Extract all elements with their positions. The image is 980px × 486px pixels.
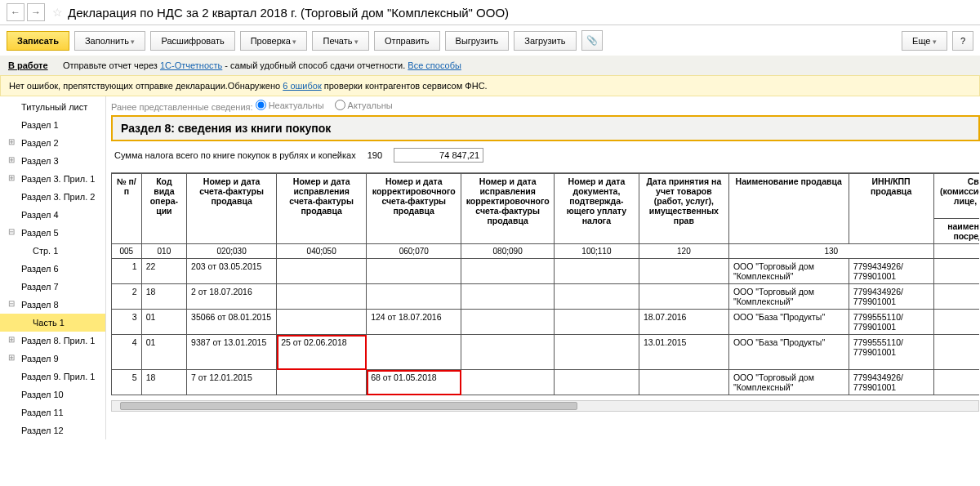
nav-forward-button[interactable]: →	[27, 3, 45, 21]
import-button[interactable]: Загрузить	[514, 31, 576, 51]
sidebar-item-4[interactable]: Раздел 3. Прил. 1	[0, 170, 105, 188]
check-button[interactable]: Проверка	[240, 31, 308, 51]
export-button[interactable]: Выгрузить	[445, 31, 510, 51]
sidebar-item-18[interactable]: Раздел 12	[0, 421, 105, 439]
table-row[interactable]: 4019387 от 13.01.201525 от 02.06.201813.…	[112, 335, 980, 370]
sidebar-item-5[interactable]: Раздел 3. Прил. 2	[0, 188, 105, 206]
sidebar-item-13[interactable]: Раздел 8. Прил. 1	[0, 332, 105, 350]
sidebar-item-12[interactable]: Часть 1	[0, 314, 105, 332]
send-button[interactable]: Отправить	[374, 31, 440, 51]
radio-actual[interactable]	[335, 100, 345, 110]
help-button[interactable]: ?	[952, 31, 973, 51]
link-all-methods[interactable]: Все способы	[408, 60, 461, 70]
sidebar-item-1[interactable]: Раздел 1	[0, 116, 105, 134]
decode-button[interactable]: Расшифровать	[150, 31, 234, 51]
info-strip: В работе Отправьте отчет через 1С-Отчетн…	[0, 56, 980, 75]
sum-code: 190	[368, 150, 382, 160]
sidebar-item-9[interactable]: Раздел 6	[0, 260, 105, 278]
sidebar-item-0[interactable]: Титульный лист	[0, 98, 105, 116]
attach-icon[interactable]: 📎	[581, 30, 603, 51]
sidebar-item-15[interactable]: Раздел 9. Прил. 1	[0, 368, 105, 386]
sidebar-item-6[interactable]: Раздел 4	[0, 206, 105, 224]
nav-back-button[interactable]: ←	[7, 3, 24, 21]
sidebar-item-17[interactable]: Раздел 11	[0, 404, 105, 421]
link-errors[interactable]: 6 ошибок	[283, 81, 322, 91]
page-title: Декларация по НДС за 2 квартал 2018 г. (…	[68, 6, 509, 20]
sidebar-item-16[interactable]: Раздел 10	[0, 386, 105, 404]
print-button[interactable]: Печать	[312, 31, 369, 51]
sidebar-item-10[interactable]: Раздел 7	[0, 278, 105, 296]
radio-not-actual[interactable]	[256, 100, 266, 110]
table-scroll[interactable]: № п/п Код вида опера­ции Номер и дата сч…	[111, 172, 979, 395]
relevance-row: Ранее представленные сведения: Неактуаль…	[111, 100, 980, 112]
fill-button[interactable]: Заполнить	[74, 31, 146, 51]
sum-label: Сумма налога всего по книге покупок в ру…	[114, 150, 356, 160]
table-row[interactable]: 122203 от 03.05.2015ООО "Торговый дом "К…	[112, 259, 980, 284]
sidebar-item-3[interactable]: Раздел 3	[0, 152, 105, 170]
link-1c[interactable]: 1С-Отчетность	[160, 60, 222, 70]
table-row[interactable]: 5187 от 12.01.201568 от 01.05.2018ООО "Т…	[112, 370, 980, 395]
sum-input[interactable]	[394, 148, 483, 163]
horizontal-scrollbar[interactable]	[111, 400, 979, 412]
tab-label[interactable]: В работе	[8, 60, 48, 70]
sidebar-item-8[interactable]: Стр. 1	[0, 242, 105, 260]
warning-strip: Нет ошибок, препятствующих отправке декл…	[0, 75, 980, 96]
sidebar-item-2[interactable]: Раздел 2	[0, 134, 105, 152]
star-icon[interactable]: ☆	[52, 6, 63, 19]
sidebar-item-7[interactable]: Раздел 5	[0, 224, 105, 242]
section-header: Раздел 8: сведения из книги покупок	[111, 115, 980, 141]
sidebar-item-11[interactable]: Раздел 8	[0, 296, 105, 314]
write-button[interactable]: Записать	[7, 31, 69, 51]
sidebar-item-14[interactable]: Раздел 9	[0, 350, 105, 368]
purchases-table: № п/п Код вида опера­ции Номер и дата сч…	[111, 173, 979, 395]
table-row[interactable]: 2182 от 18.07.2016ООО "Торговый дом "Ком…	[112, 284, 980, 310]
table-row[interactable]: 30135066 от 08.01.2015124 от 18.07.20161…	[112, 310, 980, 335]
more-button[interactable]: Еще	[902, 31, 947, 51]
